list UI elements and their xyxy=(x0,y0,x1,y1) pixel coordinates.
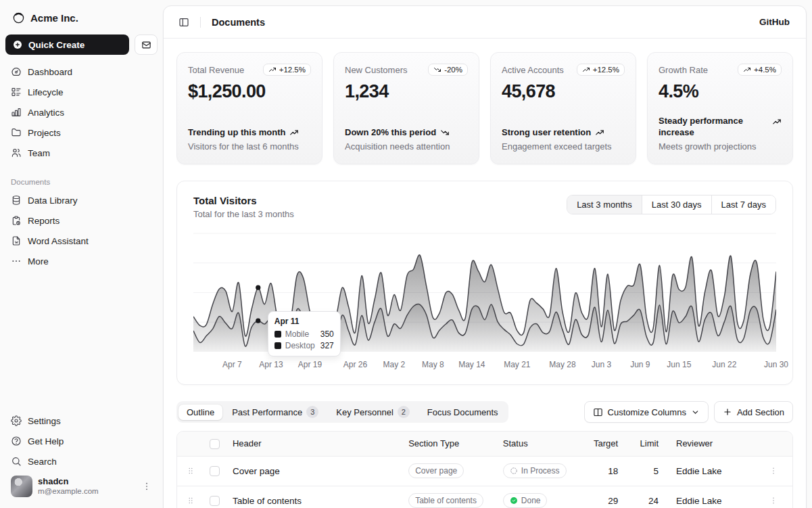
sidebar-item-get-help[interactable]: Get Help xyxy=(5,431,158,451)
row-menu-icon[interactable] xyxy=(765,492,782,508)
user-menu[interactable]: shadcn m@example.com xyxy=(5,471,158,501)
chevron-down-icon xyxy=(691,408,700,417)
sidebar-item-analytics[interactable]: Analytics xyxy=(5,102,158,122)
user-email: m@example.com xyxy=(38,487,136,496)
row-header-cell[interactable]: Cover page xyxy=(227,456,403,486)
quick-create-label: Quick Create xyxy=(28,40,85,50)
visitors-chart-card: Total Visitors Total for the last 3 mont… xyxy=(176,181,793,385)
sidebar-item-more[interactable]: More xyxy=(5,251,158,271)
x-axis-tick: Apr 19 xyxy=(298,360,322,369)
sidebar-item-team[interactable]: Team xyxy=(5,143,158,163)
quick-create-button[interactable]: Quick Create xyxy=(5,34,129,55)
tooltip-series-value: 327 xyxy=(320,341,334,350)
table-row: Cover page Cover page In Process 18 5 Ed… xyxy=(177,456,792,486)
github-link[interactable]: GitHub xyxy=(759,17,790,27)
row-menu-icon[interactable] xyxy=(765,463,782,479)
chart-title: Total Visitors xyxy=(193,195,294,206)
trending-up-icon xyxy=(772,117,782,126)
inbox-button[interactable] xyxy=(135,34,158,55)
sidebar-item-label: Lifecycle xyxy=(28,87,64,97)
sidebar-item-reports[interactable]: Reports xyxy=(5,210,158,231)
limit-cell[interactable]: 5 xyxy=(630,456,671,486)
sidebar-item-label: Data Library xyxy=(28,195,78,206)
chart-subtitle: Total for the last 3 months xyxy=(193,209,294,219)
row-checkbox[interactable] xyxy=(210,496,220,506)
sidebar-item-projects[interactable]: Projects xyxy=(5,122,158,143)
reviewer-cell[interactable]: Eddie Lake xyxy=(671,456,760,486)
x-axis-tick: Jun 9 xyxy=(630,360,650,369)
chart-tooltip: Apr 11 Mobile350 Desktop327 xyxy=(268,311,341,356)
trending-up-icon xyxy=(289,128,299,137)
card-footer-main: Down 20% this period xyxy=(345,127,468,139)
range-last-7-days[interactable]: Last 7 days xyxy=(711,195,776,214)
col-status: Status xyxy=(498,432,588,456)
limit-cell[interactable]: 24 xyxy=(630,486,671,508)
avatar xyxy=(11,476,32,497)
range-last-3-months[interactable]: Last 3 months xyxy=(567,195,642,214)
tab-key-personnel[interactable]: Key Personnel2 xyxy=(328,403,418,421)
target-cell[interactable]: 29 xyxy=(588,486,630,508)
x-axis-tick: Jun 15 xyxy=(667,360,691,369)
card-footer-sub: Engagement exceed targets xyxy=(502,141,625,152)
select-all-checkbox[interactable] xyxy=(210,439,220,449)
sidebar: Acme Inc. Quick Create Dashboard Lifecyc… xyxy=(0,0,163,508)
trending-down-icon xyxy=(433,66,441,74)
gear-icon xyxy=(11,415,22,426)
sidebar-item-dashboard[interactable]: Dashboard xyxy=(5,62,158,82)
tab-past-performance[interactable]: Past Performance3 xyxy=(224,403,327,421)
sidebar-item-data-library[interactable]: Data Library xyxy=(5,190,158,210)
x-axis-tick: May 8 xyxy=(422,360,444,369)
sidebar-item-label: Word Assistant xyxy=(28,236,89,246)
sidebar-item-search[interactable]: Search xyxy=(5,451,158,471)
folder-icon xyxy=(11,127,22,138)
reviewer-cell[interactable]: Eddie Lake xyxy=(671,486,760,508)
nav-documents: Data Library Reports Word Assistant More xyxy=(5,190,158,271)
sidebar-item-lifecycle[interactable]: Lifecycle xyxy=(5,82,158,102)
desktop-swatch xyxy=(274,342,281,349)
sidebar-item-label: Projects xyxy=(28,128,61,138)
col-target: Target xyxy=(588,432,630,456)
sidebar-item-settings[interactable]: Settings xyxy=(5,411,158,431)
sidebar-group-label: Documents xyxy=(5,174,158,190)
section-type-badge: Cover page xyxy=(408,463,464,478)
x-axis-tick: May 28 xyxy=(549,360,575,369)
tab-focus-documents[interactable]: Focus Documents xyxy=(419,405,506,420)
tab-outline[interactable]: Outline xyxy=(178,405,222,420)
brand[interactable]: Acme Inc. xyxy=(5,7,158,29)
mobile-swatch xyxy=(274,331,281,338)
dots-vertical-icon[interactable] xyxy=(141,481,152,492)
card-footer-sub: Visitors for the last 6 months xyxy=(188,141,311,152)
sidebar-item-label: More xyxy=(28,256,49,267)
tooltip-dot xyxy=(256,285,260,290)
search-icon xyxy=(11,456,22,467)
card-footer-main: Strong user retention xyxy=(502,127,625,139)
nav-main: Dashboard Lifecycle Analytics Projects T… xyxy=(5,62,158,163)
row-header-cell[interactable]: Table of contents xyxy=(227,486,403,508)
col-header: Header xyxy=(227,432,403,456)
add-section-button[interactable]: Add Section xyxy=(714,401,793,423)
trending-up-icon xyxy=(743,66,751,74)
x-axis-tick: May 21 xyxy=(504,360,530,369)
row-checkbox[interactable] xyxy=(210,466,220,476)
tab-count-badge: 3 xyxy=(306,406,318,418)
sidebar-toggle-button[interactable] xyxy=(174,13,193,32)
sidebar-item-label: Analytics xyxy=(28,108,64,118)
trending-up-icon xyxy=(268,66,277,74)
card-value: 4.5% xyxy=(659,81,782,102)
drag-handle-icon[interactable] xyxy=(183,463,199,479)
sidebar-item-word-assistant[interactable]: Word Assistant xyxy=(5,231,158,251)
customize-columns-button[interactable]: Customize Columns xyxy=(584,401,709,423)
card-title: Active Accounts xyxy=(502,64,564,75)
tooltip-series-label: Desktop xyxy=(285,341,315,350)
brand-label: Acme Inc. xyxy=(30,12,78,24)
page-title: Documents xyxy=(212,17,265,28)
sidebar-item-label: Dashboard xyxy=(28,67,72,77)
separator xyxy=(200,17,201,28)
x-axis-tick: May 14 xyxy=(458,360,485,369)
x-axis-tick: May 2 xyxy=(383,360,406,369)
drag-handle-icon[interactable] xyxy=(183,492,199,508)
target-cell[interactable]: 18 xyxy=(588,456,630,486)
range-last-30-days[interactable]: Last 30 days xyxy=(642,195,711,214)
visitors-chart-plot[interactable]: Apr 11 Mobile350 Desktop327 xyxy=(193,231,776,353)
tabs-list: Outline Past Performance3 Key Personnel2… xyxy=(176,401,508,423)
